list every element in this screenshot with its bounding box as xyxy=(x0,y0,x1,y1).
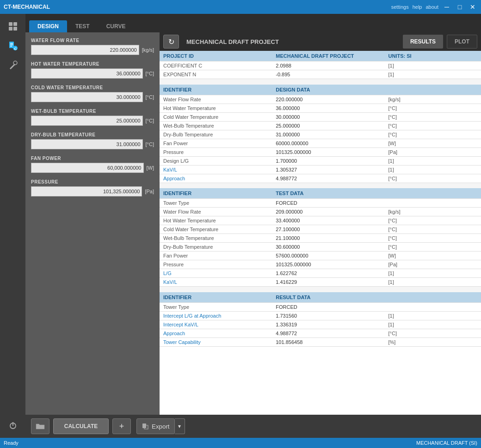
app-title: CT-MECHANICAL xyxy=(4,4,50,10)
refresh-button[interactable]: ↻ xyxy=(163,35,179,49)
svg-rect-5 xyxy=(10,43,13,44)
folder-button[interactable] xyxy=(31,418,49,434)
pressure-input[interactable] xyxy=(31,186,142,196)
wet-bulb-temp-input[interactable] xyxy=(31,116,143,126)
app-body: C DESIGN TEST CURVE xyxy=(0,14,481,438)
export-dropdown-button[interactable]: ▾ xyxy=(175,418,185,434)
water-flow-rate-label: WATER FLOW RATE xyxy=(31,38,154,43)
table-row: Tower TypeFORCED xyxy=(160,199,481,208)
table-row: Intercept KaV/L1.336319[1] xyxy=(160,320,481,329)
pressure-row: [Pa] xyxy=(31,186,154,196)
table-row: L/G1.622762[1] xyxy=(160,269,481,278)
coeff-id: COEFFICIENT C xyxy=(160,61,272,70)
plot-button[interactable]: PLOT xyxy=(447,35,477,49)
maximize-button[interactable]: □ xyxy=(455,2,464,12)
pressure-label: PRESSURE xyxy=(31,179,154,184)
design-header-col2: DESIGN DATA xyxy=(272,85,384,95)
icon-dashboard[interactable] xyxy=(4,18,22,35)
table-row: Intercept L/G at Approach1.731560[1] xyxy=(160,311,481,320)
main-panel: WATER FLOW RATE [kg/s] HOT WATER TEMPERA… xyxy=(25,32,481,415)
hot-water-temp-input[interactable] xyxy=(31,68,143,79)
dry-bulb-temp-row: [°C] xyxy=(31,139,154,149)
tab-curve[interactable]: CURVE xyxy=(98,20,134,32)
cold-water-temp-group: COLD WATER TEMPERATURE [°C] xyxy=(31,85,154,102)
pressure-group: PRESSURE [Pa] xyxy=(31,179,154,196)
about-link[interactable]: about xyxy=(426,4,438,10)
icon-power[interactable] xyxy=(4,417,22,434)
test-header-row: IDENTIFIER TEST DATA xyxy=(160,188,481,199)
cold-water-temp-label: COLD WATER TEMPERATURE xyxy=(31,85,154,90)
test-header-col3 xyxy=(385,188,481,199)
design-header-row: IDENTIFIER DESIGN DATA xyxy=(160,85,481,95)
top-header-col2: MECHANICAL DRAFT PROJECT xyxy=(272,51,384,61)
hot-water-temp-row: [°C] xyxy=(31,68,154,79)
settings-link[interactable]: settings xyxy=(391,4,409,10)
exponent-value: -0.895 xyxy=(272,70,384,79)
svg-rect-6 xyxy=(10,44,13,45)
fan-power-input[interactable] xyxy=(31,163,144,173)
tab-test[interactable]: TEST xyxy=(67,20,98,32)
table-row: Cold Water Temperature27.100000[°C] xyxy=(160,225,481,234)
svg-rect-3 xyxy=(13,27,17,31)
icon-tools[interactable] xyxy=(4,56,22,74)
results-table-container: PROJECT ID MECHANICAL DRAFT PROJECT UNIT… xyxy=(160,51,481,415)
tab-design[interactable]: DESIGN xyxy=(29,20,67,32)
add-button[interactable]: + xyxy=(112,418,131,434)
calculate-button[interactable]: CALCULATE xyxy=(53,418,109,434)
cold-water-temp-unit: [°C] xyxy=(146,94,154,100)
results-table: PROJECT ID MECHANICAL DRAFT PROJECT UNIT… xyxy=(160,51,481,347)
fan-power-unit: [W] xyxy=(147,165,154,171)
right-panel: ↻ MECHANICAL DRAFT PROJECT RESULTS PLOT … xyxy=(160,32,481,415)
content-area: DESIGN TEST CURVE WATER FLOW RATE [kg/s]… xyxy=(25,14,481,438)
table-row: Approach4.988772[°C] xyxy=(160,329,481,338)
minimize-button[interactable]: ─ xyxy=(442,2,451,12)
svg-rect-2 xyxy=(9,27,12,31)
coeff-row: COEFFICIENT C 2.0988 [1] xyxy=(160,61,481,70)
icon-project[interactable]: C xyxy=(4,37,22,55)
coeff-unit: [1] xyxy=(385,61,481,70)
export-label: Export xyxy=(152,423,170,430)
table-row: Approach4.988772[°C] xyxy=(160,174,481,183)
table-row: Hot Water Temperature33.400000[°C] xyxy=(160,216,481,225)
results-toolbar: ↻ MECHANICAL DRAFT PROJECT RESULTS PLOT xyxy=(160,32,481,51)
export-button-group: Export ▾ xyxy=(136,418,185,434)
results-button[interactable]: RESULTS xyxy=(403,35,443,49)
table-row: Dry-Bulb Temperature31.000000[°C] xyxy=(160,130,481,139)
coeff-value: 2.0988 xyxy=(272,61,384,70)
top-header-col1: PROJECT ID xyxy=(160,51,272,61)
design-header-col1: IDENTIFIER xyxy=(160,85,272,95)
export-button[interactable]: Export xyxy=(136,418,175,434)
table-row: Cold Water Temperature30.000000[°C] xyxy=(160,112,481,121)
sep-2 xyxy=(160,183,481,188)
close-button[interactable]: ✕ xyxy=(468,2,477,12)
table-row: Fan Power60000.000000[W] xyxy=(160,139,481,147)
wet-bulb-temp-unit: [°C] xyxy=(146,118,154,123)
svg-text:C: C xyxy=(14,47,17,51)
status-left: Ready xyxy=(4,440,18,446)
fan-power-row: [W] xyxy=(31,163,154,173)
water-flow-rate-input[interactable] xyxy=(31,45,139,55)
dry-bulb-temp-group: DRY-BULB TEMPERATURE [°C] xyxy=(31,132,154,149)
table-row: Tower TypeFORCED xyxy=(160,302,481,311)
left-panel: WATER FLOW RATE [kg/s] HOT WATER TEMPERA… xyxy=(25,32,160,415)
dry-bulb-temp-input[interactable] xyxy=(31,139,143,149)
title-bar-controls: settings help about ─ □ ✕ xyxy=(391,2,477,12)
cold-water-temp-input[interactable] xyxy=(31,92,143,102)
result-header-col3 xyxy=(385,292,481,303)
status-bar: Ready MECHANICAL DRAFT (SI) xyxy=(0,438,481,448)
water-flow-rate-row: [kg/s] xyxy=(31,45,154,55)
top-header-col3: UNITS: SI xyxy=(385,51,481,61)
sep-1 xyxy=(160,79,481,85)
wet-bulb-temp-group: WET-BULB TEMPERATURE [°C] xyxy=(31,109,154,126)
bottom-bar: CALCULATE + Export ▾ xyxy=(25,415,481,438)
icon-bar-bottom-spacer xyxy=(4,417,22,434)
test-header-col1: IDENTIFIER xyxy=(160,188,272,199)
water-flow-rate-unit: [kg/s] xyxy=(142,47,154,53)
pressure-unit: [Pa] xyxy=(145,189,154,194)
dry-bulb-temp-unit: [°C] xyxy=(146,141,154,147)
dry-bulb-temp-label: DRY-BULB TEMPERATURE xyxy=(31,132,154,137)
table-row: Fan Power57600.000000[W] xyxy=(160,252,481,260)
help-link[interactable]: help xyxy=(413,4,422,10)
table-top-header: PROJECT ID MECHANICAL DRAFT PROJECT UNIT… xyxy=(160,51,481,61)
svg-point-10 xyxy=(13,61,17,65)
